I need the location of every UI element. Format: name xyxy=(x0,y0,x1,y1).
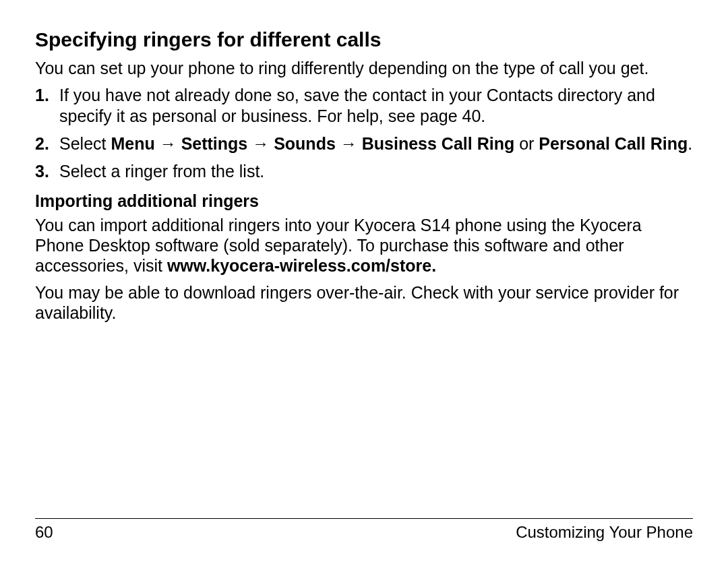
intro-paragraph: You can set up your phone to ring differ… xyxy=(35,58,693,78)
menu-path-item: Settings xyxy=(181,134,248,153)
menu-path-item: Business Call Ring xyxy=(362,134,514,153)
section-heading: Specifying ringers for different calls xyxy=(35,28,693,51)
arrow-icon: → xyxy=(155,134,181,153)
steps-list: 1. If you have not already done so, save… xyxy=(35,85,693,182)
page-footer: 60 Customizing Your Phone xyxy=(35,518,693,542)
import-paragraph-1: You can import additional ringers into y… xyxy=(35,215,693,276)
subsection-heading: Importing additional ringers xyxy=(35,191,693,211)
page-number: 60 xyxy=(35,523,53,542)
import-paragraph-2: You may be able to download ringers over… xyxy=(35,282,693,323)
menu-path-item: Menu xyxy=(111,134,154,153)
url-text: www.kyocera-wireless.com/store. xyxy=(167,256,436,275)
step-text: or xyxy=(514,134,539,153)
menu-path-item: Personal Call Ring xyxy=(539,134,688,153)
step-text: . xyxy=(688,134,692,153)
arrow-icon: → xyxy=(247,134,274,153)
step-number: 1. xyxy=(35,85,49,106)
section-name: Customizing Your Phone xyxy=(516,523,693,542)
step-number: 3. xyxy=(35,161,49,182)
step-text: Select a ringer from the list. xyxy=(59,162,264,181)
list-item: 1. If you have not already done so, save… xyxy=(59,85,693,127)
step-text: If you have not already done so, save th… xyxy=(59,86,655,125)
list-item: 2. Select Menu → Settings → Sounds → Bus… xyxy=(59,133,693,154)
step-number: 2. xyxy=(35,133,49,154)
arrow-icon: → xyxy=(336,134,362,153)
menu-path-item: Sounds xyxy=(274,134,336,153)
list-item: 3. Select a ringer from the list. xyxy=(59,161,693,182)
step-text: Select xyxy=(59,134,111,153)
